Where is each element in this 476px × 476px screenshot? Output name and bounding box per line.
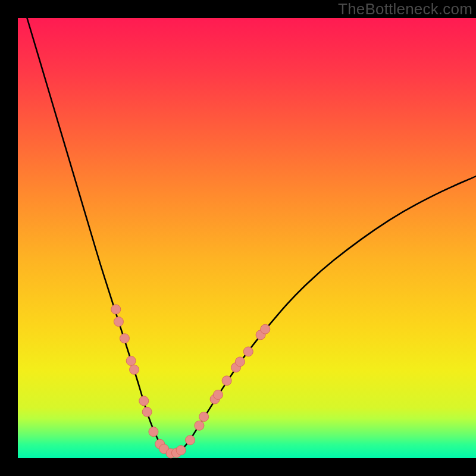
marker-point: [126, 356, 136, 365]
marker-point: [235, 357, 245, 367]
marker-point: [142, 407, 152, 416]
marker-point: [111, 305, 121, 314]
watermark-text: TheBottleneck.com: [338, 0, 472, 18]
chart-frame: TheBottleneck.com: [0, 0, 476, 476]
chart-svg: [18, 18, 476, 458]
marker-point: [199, 412, 209, 421]
marker-point: [114, 317, 123, 327]
marker-point: [149, 427, 158, 437]
marker-point: [195, 421, 204, 430]
highlight-markers: [111, 305, 270, 458]
marker-point: [186, 436, 195, 445]
marker-point: [176, 446, 186, 455]
marker-point: [261, 324, 270, 334]
bottleneck-curve: [27, 18, 476, 453]
marker-point: [243, 347, 253, 356]
marker-point: [222, 376, 231, 386]
marker-point: [130, 365, 139, 374]
marker-point: [139, 396, 149, 406]
marker-point: [120, 334, 129, 343]
marker-point: [213, 390, 223, 399]
